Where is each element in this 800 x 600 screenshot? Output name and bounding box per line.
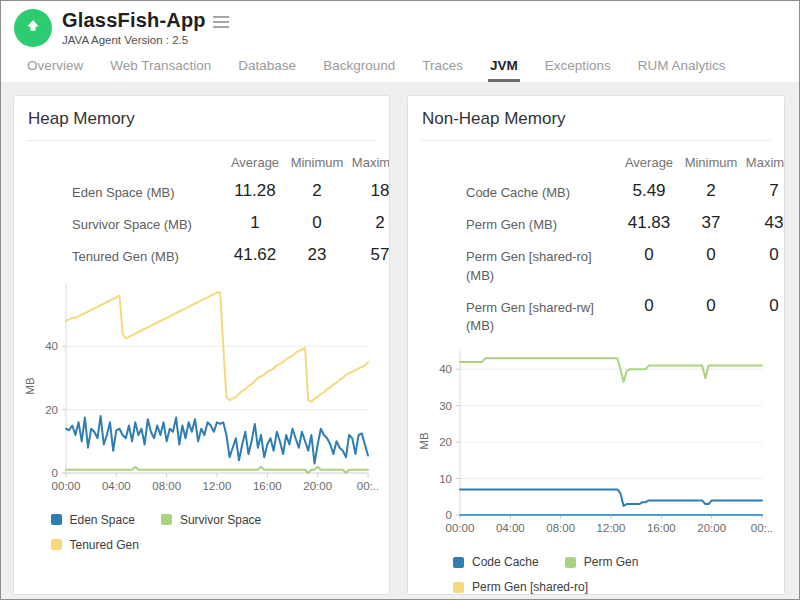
legend-swatch [453, 557, 464, 568]
row-minimum: 0 [286, 202, 348, 233]
legend-swatch [51, 539, 62, 550]
hamburger-menu-icon[interactable] [213, 13, 229, 31]
dashboard-body: Heap Memory Average Minimum Maximum Eden… [1, 82, 799, 600]
heap-panel-title: Heap Memory [14, 96, 389, 140]
legend-label: Eden Space [70, 513, 135, 527]
tab-web-transaction[interactable]: Web Transaction [108, 58, 213, 82]
legend-item[interactable]: Survivor Space [161, 513, 261, 527]
row-average: 41.62 [224, 234, 286, 265]
column-header-average: Average [618, 147, 680, 170]
svg-text:0: 0 [446, 509, 452, 521]
row-maximum: 57 [348, 234, 390, 265]
tab-background[interactable]: Background [321, 58, 397, 82]
legend-item[interactable]: Code Cache [453, 555, 539, 569]
svg-text:20: 20 [439, 436, 452, 448]
svg-text:00:..: 00:.. [357, 480, 378, 492]
column-header-minimum: Minimum [286, 147, 348, 170]
svg-text:00:..: 00:.. [751, 522, 772, 534]
tab-traces[interactable]: Traces [420, 58, 465, 82]
column-header-minimum: Minimum [680, 147, 742, 170]
row-maximum: 43 [742, 202, 785, 233]
tab-jvm[interactable]: JVM [488, 58, 520, 82]
svg-text:16:00: 16:00 [647, 522, 676, 534]
table-row: Perm Gen [shared-rw] (MB) 0 0 0 [466, 285, 784, 335]
non-heap-memory-panel: Non-Heap Memory Average Minimum Maximum … [407, 95, 785, 595]
legend-item[interactable]: Tenured Gen [51, 538, 139, 552]
svg-text:0: 0 [52, 467, 58, 479]
legend-label: Survivor Space [180, 513, 261, 527]
legend-swatch [51, 514, 62, 525]
row-average: 5.49 [618, 170, 680, 201]
row-maximum: 18 [348, 170, 390, 201]
svg-text:08:00: 08:00 [152, 480, 181, 492]
page-title: GlassFish-App [62, 9, 206, 32]
svg-text:20:00: 20:00 [303, 480, 332, 492]
app-header: GlassFish-App JAVA Agent Version : 2.5 O… [1, 1, 799, 82]
legend-swatch [161, 514, 172, 525]
table-row: Survivor Space (MB) 1 0 2 [72, 202, 389, 234]
tab-overview[interactable]: Overview [25, 58, 85, 82]
tab-exceptions[interactable]: Exceptions [543, 58, 613, 82]
svg-text:00:00: 00:00 [446, 522, 475, 534]
row-label: Eden Space (MB) [72, 170, 224, 202]
row-average: 11.28 [224, 170, 286, 201]
legend-item[interactable]: Perm Gen [shared-ro] [453, 580, 588, 594]
svg-text:40: 40 [439, 363, 452, 375]
app-status-icon [14, 9, 52, 47]
column-header-maximum: Maximum [742, 147, 785, 170]
heap-memory-panel: Heap Memory Average Minimum Maximum Eden… [13, 95, 390, 595]
column-header-maximum: Maximum [348, 147, 390, 170]
legend-label: Perm Gen [584, 555, 639, 569]
table-row: Perm Gen (MB) 41.83 37 43 [466, 202, 784, 234]
column-header-average: Average [224, 147, 286, 170]
svg-text:40: 40 [45, 340, 58, 352]
non-heap-stats-table: Average Minimum Maximum Code Cache (MB) … [408, 141, 784, 335]
row-maximum: 0 [742, 285, 785, 316]
row-maximum: 2 [348, 202, 390, 233]
row-label: Perm Gen (MB) [466, 202, 618, 234]
row-minimum: 0 [680, 234, 742, 265]
svg-text:MB: MB [418, 432, 430, 450]
table-header-row: Average Minimum Maximum [466, 147, 784, 170]
row-label: Perm Gen [shared-rw] (MB) [466, 285, 618, 335]
svg-text:12:00: 12:00 [597, 522, 626, 534]
heap-stats-table: Average Minimum Maximum Eden Space (MB) … [14, 141, 389, 267]
non-heap-memory-chart[interactable]: 01020304000:0004:0008:0012:0016:0020:000… [414, 343, 784, 541]
svg-text:08:00: 08:00 [546, 522, 575, 534]
up-arrow-icon [23, 16, 43, 40]
row-maximum: 7 [742, 170, 785, 201]
table-row: Code Cache (MB) 5.49 2 7 [466, 170, 784, 202]
row-average: 1 [224, 202, 286, 233]
table-row: Eden Space (MB) 11.28 2 18 [72, 170, 389, 202]
svg-text:20: 20 [45, 403, 58, 415]
tab-database[interactable]: Database [236, 58, 298, 82]
svg-text:12:00: 12:00 [203, 480, 232, 492]
tab-rum-analytics[interactable]: RUM Analytics [636, 58, 728, 82]
svg-text:30: 30 [439, 400, 452, 412]
row-average: 41.83 [618, 202, 680, 233]
row-maximum: 0 [742, 234, 785, 265]
row-average: 0 [618, 234, 680, 265]
row-minimum: 37 [680, 202, 742, 233]
legend-label: Perm Gen [shared-ro] [472, 580, 588, 594]
row-label: Code Cache (MB) [466, 170, 618, 202]
jvm-dashboard: { "app": { "title": "GlassFish-App", "su… [0, 0, 800, 600]
legend-item[interactable]: Eden Space [51, 513, 135, 527]
svg-text:20:00: 20:00 [697, 522, 726, 534]
svg-text:16:00: 16:00 [253, 480, 282, 492]
legend-label: Tenured Gen [70, 538, 139, 552]
svg-text:10: 10 [439, 473, 452, 485]
svg-text:04:00: 04:00 [102, 480, 131, 492]
agent-version-label: JAVA Agent Version : 2.5 [62, 34, 229, 46]
legend-swatch [453, 582, 464, 593]
non-heap-chart-legend: Code Cache Perm Gen Perm Gen [shared-ro]… [453, 555, 739, 595]
table-header-row: Average Minimum Maximum [72, 147, 389, 170]
row-minimum: 2 [286, 170, 348, 201]
row-minimum: 23 [286, 234, 348, 265]
legend-swatch [565, 557, 576, 568]
legend-item[interactable]: Perm Gen [565, 555, 639, 569]
row-minimum: 2 [680, 170, 742, 201]
heap-memory-chart[interactable]: 0204000:0004:0008:0012:0016:0020:0000:..… [20, 275, 389, 499]
heap-chart-legend: Eden Space Survivor Space Tenured Gen [51, 513, 353, 552]
tab-bar: Overview Web Transaction Database Backgr… [14, 47, 799, 82]
